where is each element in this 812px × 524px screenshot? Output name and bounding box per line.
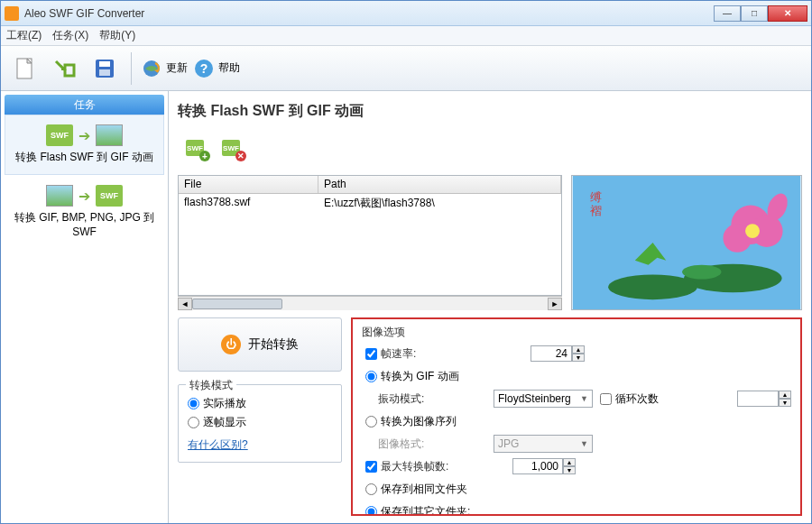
floppy-icon xyxy=(92,56,117,81)
svg-point-17 xyxy=(608,275,697,300)
maxframes-check[interactable]: 最大转换帧数: xyxy=(365,459,489,474)
start-convert-button[interactable]: ⏻ 开始转换 xyxy=(178,317,342,372)
refresh-button[interactable]: 更新 xyxy=(141,58,188,79)
mode-group: 转换模式 实际播放 逐帧显示 有什么区别? xyxy=(178,384,342,463)
table-row[interactable]: flash3788.swf E:\uzzf\截图\flash3788\ xyxy=(179,194,561,212)
scroll-left-button[interactable]: ◄ xyxy=(178,298,192,310)
preview-pane: 缚 褶 xyxy=(571,175,802,310)
scroll-thumb[interactable] xyxy=(192,299,282,309)
svg-point-22 xyxy=(745,224,760,238)
menu-task[interactable]: 任务(X) xyxy=(52,28,88,43)
imgfmt-select: JPG▼ xyxy=(494,435,593,453)
chevron-down-icon: ▼ xyxy=(580,394,588,403)
svg-text:✕: ✕ xyxy=(237,152,245,161)
image-icon xyxy=(96,124,123,146)
main-panel: 转换 Flash SWF 到 GIF 动画 SWF+ SWF✕ File Pat… xyxy=(169,91,811,523)
fps-check[interactable]: 帧速率: xyxy=(365,346,489,362)
loop-check[interactable]: 循环次数 xyxy=(600,391,659,407)
swf-add-icon: SWF+ xyxy=(184,136,211,163)
question-icon: ? xyxy=(193,58,215,79)
save-same-radio[interactable]: 保存到相同文件夹 xyxy=(365,482,467,497)
svg-text:?: ? xyxy=(200,61,208,76)
col-path[interactable]: Path xyxy=(318,176,561,193)
menu-project[interactable]: 工程(Z) xyxy=(6,28,42,43)
svg-rect-2 xyxy=(99,61,110,67)
preview-image: 缚 褶 xyxy=(572,176,801,309)
sidebar-header: 任务 xyxy=(5,95,164,115)
to-seq-radio[interactable]: 转换为图像序列 xyxy=(365,414,457,429)
opts-title: 图像选项 xyxy=(362,325,791,340)
fps-spinner[interactable]: ▲▼ xyxy=(531,345,585,362)
arrow-icon: ➔ xyxy=(78,188,90,205)
new-button[interactable] xyxy=(8,51,42,86)
page-title: 转换 Flash SWF 到 GIF 动画 xyxy=(178,102,802,121)
mode-title: 转换模式 xyxy=(186,378,236,393)
task-label: 转换 Flash SWF 到 GIF 动画 xyxy=(7,150,161,165)
app-icon xyxy=(5,6,19,21)
spin-up-icon[interactable]: ▲ xyxy=(779,391,791,399)
task-img-to-swf[interactable]: ➔ SWF 转换 GIF, BMP, PNG, JPG 到 SWF xyxy=(5,175,164,248)
svg-text:缚: 缚 xyxy=(590,190,602,204)
swf-remove-icon: SWF✕ xyxy=(220,136,247,163)
maximize-button[interactable]: □ xyxy=(741,5,768,22)
toolbar: 更新 ? 帮助 xyxy=(1,46,811,91)
menubar: 工程(Z) 任务(X) 帮助(Y) xyxy=(1,26,811,46)
col-file[interactable]: File xyxy=(179,176,318,193)
spin-up-icon[interactable]: ▲ xyxy=(572,345,585,354)
svg-text:褶: 褶 xyxy=(590,204,602,217)
maxframes-spinner[interactable]: ▲▼ xyxy=(512,458,576,474)
mode-actual-radio[interactable]: 实际播放 xyxy=(188,396,332,411)
close-button[interactable]: ✕ xyxy=(768,5,807,22)
window-title: Aleo SWF GIF Converter xyxy=(24,7,714,20)
import-button[interactable] xyxy=(48,51,82,86)
minimize-button[interactable]: — xyxy=(714,5,741,22)
image-options-panel: 图像选项 帧速率: ▲▼ 转换为 GIF 动画 振动模式: xyxy=(351,317,802,516)
globe-refresh-icon xyxy=(141,58,162,79)
file-table[interactable]: File Path flash3788.swf E:\uzzf\截图\flash… xyxy=(178,175,562,296)
add-file-button[interactable]: SWF+ xyxy=(183,135,212,164)
to-gif-radio[interactable]: 转换为 GIF 动画 xyxy=(365,369,459,384)
image-icon xyxy=(46,185,73,207)
save-other-radio[interactable]: 保存到其它文件夹: xyxy=(365,504,470,517)
mode-diff-link[interactable]: 有什么区别? xyxy=(188,437,248,453)
save-button[interactable] xyxy=(88,51,122,86)
svg-text:SWF: SWF xyxy=(187,144,203,152)
mode-frame-radio[interactable]: 逐帧显示 xyxy=(188,415,332,430)
spin-up-icon[interactable]: ▲ xyxy=(563,458,576,466)
titlebar: Aleo SWF GIF Converter — □ ✕ xyxy=(1,1,811,26)
svg-point-18 xyxy=(682,265,721,280)
spin-down-icon[interactable]: ▼ xyxy=(779,399,791,407)
loop-spinner[interactable]: ▲▼ xyxy=(737,391,791,407)
spin-down-icon[interactable]: ▼ xyxy=(572,354,585,362)
scroll-right-button[interactable]: ► xyxy=(548,298,562,310)
remove-file-button[interactable]: SWF✕ xyxy=(219,135,248,164)
help-button[interactable]: ? 帮助 xyxy=(193,58,240,79)
chevron-down-icon: ▼ xyxy=(580,439,588,448)
file-icon xyxy=(13,56,38,81)
menu-help[interactable]: 帮助(Y) xyxy=(99,28,135,43)
dither-select[interactable]: FloydSteinberg▼ xyxy=(494,390,593,408)
spin-down-icon[interactable]: ▼ xyxy=(563,466,576,474)
swf-icon: SWF xyxy=(96,185,123,207)
h-scrollbar[interactable]: ◄ ► xyxy=(178,296,562,310)
arrow-icon: ➔ xyxy=(78,127,90,144)
task-swf-to-gif[interactable]: SWF ➔ 转换 Flash SWF 到 GIF 动画 xyxy=(5,115,164,175)
swf-icon: SWF xyxy=(46,124,73,146)
dither-label: 振动模式: xyxy=(378,391,486,407)
power-icon: ⏻ xyxy=(221,335,241,354)
svg-rect-3 xyxy=(99,69,110,76)
import-arrow-icon xyxy=(52,56,78,81)
imgfmt-label: 图像格式: xyxy=(378,437,486,452)
sidebar: 任务 SWF ➔ 转换 Flash SWF 到 GIF 动画 ➔ SWF 转换 … xyxy=(1,91,169,523)
svg-text:+: + xyxy=(202,152,208,161)
task-label: 转换 GIF, BMP, PNG, JPG 到 SWF xyxy=(7,210,161,238)
